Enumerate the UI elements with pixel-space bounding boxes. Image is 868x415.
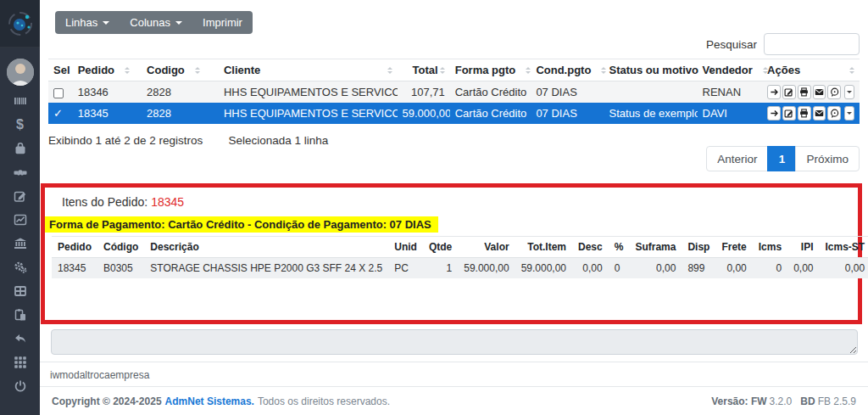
col-header-total[interactable]: Total bbox=[398, 59, 450, 81]
item-tot-item: 59.000,00 bbox=[515, 258, 572, 279]
col-header-status[interactable]: Status ou motivo bbox=[604, 59, 698, 81]
payment-info-highlight: Forma de Pagamento: Cartão Crédito - Con… bbox=[45, 216, 438, 233]
undo-icon[interactable] bbox=[11, 332, 30, 345]
barcode-icon[interactable] bbox=[11, 94, 30, 108]
item-codigo: B0305 bbox=[97, 258, 144, 279]
open-order-button[interactable] bbox=[767, 85, 781, 99]
power-icon[interactable] bbox=[11, 379, 30, 393]
pagination-next-button[interactable]: Próximo bbox=[795, 146, 860, 171]
item-col-qtde: Qtde bbox=[423, 237, 458, 258]
whatsapp-order-button[interactable] bbox=[827, 85, 841, 99]
item-col-unid: Unid bbox=[388, 237, 423, 258]
caret-down-icon bbox=[175, 21, 182, 28]
item-col-descricao: Descrição bbox=[144, 237, 388, 258]
cogs-icon[interactable] bbox=[11, 261, 30, 274]
order-row-18345-selected[interactable]: 18345 2828 HHS EQUIPAMENTOS E SERVICOS L… bbox=[48, 103, 860, 124]
showing-records-text: Exibindo 1 até 2 de 2 registros bbox=[48, 134, 203, 147]
handshake-icon[interactable] bbox=[11, 165, 30, 179]
paste-icon[interactable] bbox=[11, 308, 30, 322]
user-avatar[interactable] bbox=[7, 59, 34, 86]
app-logo[interactable] bbox=[0, 0, 40, 48]
col-header-pedido[interactable]: Pedido bbox=[73, 59, 142, 81]
print-order-button[interactable] bbox=[798, 85, 811, 99]
open-order-button[interactable] bbox=[767, 106, 781, 121]
row-checkbox[interactable] bbox=[53, 88, 64, 98]
item-row[interactable]: 18345 B0305 STORAGE CHASSIS HPE P2000 G3… bbox=[52, 258, 868, 279]
db-label: BD bbox=[800, 395, 815, 407]
order-row-18346[interactable]: 18346 2828 HHS EQUIPAMENTOS E SERVICOS L… bbox=[48, 81, 860, 104]
caret-down-icon bbox=[103, 21, 109, 28]
item-col-tot-item: Tot.Item bbox=[515, 237, 572, 258]
cell-forma-pgto: Cartão Crédito bbox=[450, 81, 531, 104]
checked-icon[interactable] bbox=[53, 107, 63, 120]
brand-link[interactable]: AdmNet Sistemas. bbox=[165, 395, 254, 407]
sort-icon[interactable] bbox=[849, 67, 854, 74]
item-col-valor: Valor bbox=[458, 237, 515, 258]
more-actions-button[interactable] bbox=[844, 106, 854, 121]
imprimir-button[interactable]: Imprimir bbox=[192, 11, 253, 34]
item-valor: 59.000,00 bbox=[458, 258, 515, 279]
sort-icon[interactable] bbox=[601, 67, 606, 74]
item-qtde: 1 bbox=[423, 258, 458, 279]
col-header-cliente[interactable]: Cliente bbox=[219, 59, 398, 81]
order-items-table: Pedido Código Descrição Unid Qtde Valor … bbox=[52, 236, 868, 278]
sort-icon[interactable] bbox=[440, 67, 445, 74]
item-col-desc: Desc bbox=[572, 237, 609, 258]
cell-total: 59.000,00 bbox=[398, 103, 450, 124]
pagination-previous-button[interactable]: Anterior bbox=[706, 146, 768, 171]
col-header-cond-pgto[interactable]: Cond.pgto bbox=[531, 59, 604, 81]
print-order-button[interactable] bbox=[798, 106, 811, 121]
item-icms: 0 bbox=[753, 258, 787, 279]
records-info: Exibindo 1 até 2 de 2 registros Selecion… bbox=[48, 134, 328, 147]
cell-cliente: HHS EQUIPAMENTOS E SERVICOS LTDA bbox=[219, 81, 398, 104]
copyright-years: Copyright © 2024-2025 bbox=[52, 395, 162, 407]
item-pedido: 18345 bbox=[52, 258, 97, 279]
cell-status bbox=[604, 81, 698, 104]
notes-textarea[interactable] bbox=[51, 329, 858, 355]
chart-line-icon[interactable] bbox=[11, 213, 30, 227]
col-header-sel: Sel bbox=[48, 59, 73, 81]
search-input[interactable] bbox=[764, 33, 860, 55]
item-col-codigo: Código bbox=[97, 237, 144, 258]
item-unid: PC bbox=[388, 258, 423, 279]
edit-order-button[interactable] bbox=[782, 85, 796, 99]
orders-table: Sel Pedido Codigo Cliente Total Forma pg… bbox=[48, 59, 860, 124]
bank-icon[interactable] bbox=[11, 237, 30, 250]
whatsapp-order-button[interactable] bbox=[827, 106, 841, 121]
email-order-button[interactable] bbox=[813, 85, 826, 99]
email-order-button[interactable] bbox=[813, 106, 826, 121]
cell-total: 107,71 bbox=[398, 81, 450, 104]
item-col-suframa: Suframa bbox=[629, 237, 682, 258]
colunas-button[interactable]: Colunas bbox=[120, 11, 192, 34]
linhas-button[interactable]: Linhas bbox=[55, 11, 120, 34]
search-label: Pesquisar bbox=[706, 38, 757, 51]
sort-icon[interactable] bbox=[125, 67, 130, 74]
col-header-codigo[interactable]: Codigo bbox=[142, 59, 219, 81]
table-icon[interactable] bbox=[11, 284, 30, 298]
shopping-bag-icon[interactable] bbox=[11, 142, 30, 155]
cell-cond-pgto: 07 DIAS bbox=[531, 81, 604, 104]
col-header-vendedor[interactable]: Vendedor bbox=[698, 59, 763, 81]
orders-header-row: Sel Pedido Codigo Cliente Total Forma pg… bbox=[48, 59, 860, 81]
dollar-sign-icon[interactable]: $ bbox=[11, 118, 30, 132]
more-actions-button[interactable] bbox=[844, 85, 854, 99]
edit-order-button[interactable] bbox=[782, 106, 796, 121]
caret-down-icon bbox=[847, 112, 852, 117]
sort-icon[interactable] bbox=[195, 67, 200, 74]
items-header-row: Pedido Código Descrição Unid Qtde Valor … bbox=[52, 237, 868, 258]
edit-icon[interactable] bbox=[11, 189, 30, 203]
sort-icon[interactable] bbox=[526, 67, 531, 74]
pagination-page-1-button[interactable]: 1 bbox=[767, 146, 796, 171]
item-col-percent: % bbox=[609, 237, 630, 258]
grid-icon[interactable] bbox=[11, 356, 30, 369]
col-header-forma-pgto[interactable]: Forma pgto bbox=[450, 59, 531, 81]
col-header-acoes: Ações bbox=[762, 59, 860, 81]
search-box: Pesquisar bbox=[706, 33, 860, 55]
linhas-label: Linhas bbox=[65, 16, 97, 29]
app-window: $ bbox=[0, 0, 868, 415]
sort-icon[interactable] bbox=[387, 67, 392, 74]
version-value: 3.2.0 bbox=[770, 395, 793, 407]
rights-text: Todos os direitos reservados. bbox=[258, 395, 390, 407]
row-actions bbox=[767, 106, 854, 121]
version-label: Versão: FW bbox=[711, 395, 766, 407]
